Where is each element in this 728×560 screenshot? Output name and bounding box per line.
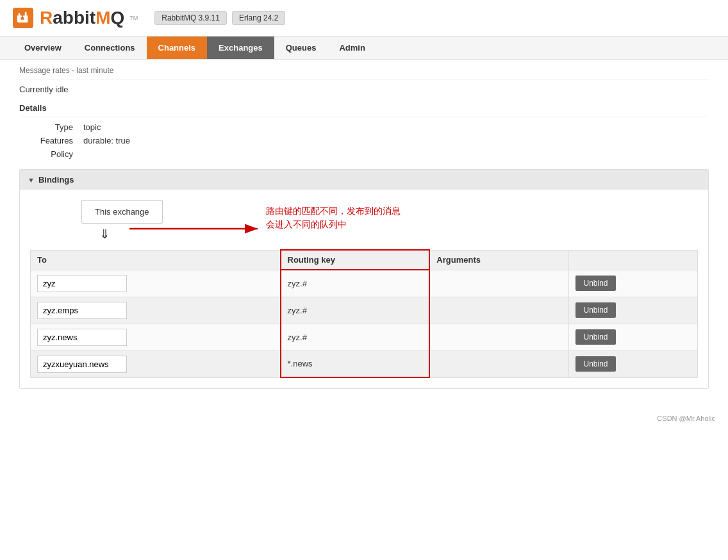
rabbit-svg <box>16 11 30 25</box>
table-row: zyz.# Unbind <box>31 297 698 324</box>
bindings-table-head: To Routing key Arguments <box>31 250 698 270</box>
action-cell-2: Unbind <box>569 297 698 324</box>
to-cell-2 <box>31 297 281 324</box>
arguments-cell-1 <box>429 270 569 297</box>
header: RabbitMQ TM RabbitMQ 3.9.11 Erlang 24.2 <box>0 0 728 37</box>
unbind-button-1[interactable]: Unbind <box>575 276 615 291</box>
to-cell-4 <box>31 350 281 377</box>
erlang-version-badge: Erlang 24.2 <box>232 11 285 25</box>
logo-tm: TM <box>129 15 138 21</box>
details-val-type: topic <box>83 122 101 132</box>
bindings-title: Bindings <box>38 175 74 185</box>
unbind-button-3[interactable]: Unbind <box>575 329 615 345</box>
svg-rect-2 <box>19 13 21 17</box>
col-arguments: Arguments <box>429 250 569 270</box>
details-row-features: Features durable: true <box>19 136 709 145</box>
details-row-policy: Policy <box>19 149 709 159</box>
queue-name-input-3[interactable] <box>37 329 127 346</box>
bindings-collapse-arrow: ▼ <box>28 176 35 184</box>
table-row: zyz.# Unbind <box>31 270 698 297</box>
main-nav: Overview Connections Channels Exchanges … <box>0 37 728 60</box>
arguments-cell-4 <box>429 350 569 377</box>
details-label: Details <box>19 99 709 117</box>
nav-exchanges[interactable]: Exchanges <box>207 37 274 59</box>
rabbitmq-logo-icon <box>13 8 33 28</box>
details-key-features: Features <box>19 136 83 145</box>
logo-rabbit-text: RabbitMQ <box>40 8 124 28</box>
routing-key-cell-2: zyz.# <box>281 297 430 324</box>
svg-rect-3 <box>25 12 27 17</box>
queue-name-input-4[interactable] <box>37 356 127 373</box>
details-val-features: durable: true <box>83 136 130 145</box>
table-row: zyz.# Unbind <box>31 324 698 350</box>
nav-admin[interactable]: Admin <box>327 37 376 59</box>
details-key-policy: Policy <box>19 149 83 159</box>
csdn-footer-note: CSDN @Mr.Aholic <box>0 408 728 429</box>
bindings-body: This exchange ⇓ 路由键的 <box>20 190 708 388</box>
details-key-type: Type <box>19 122 83 132</box>
rabbitmq-version-badge: RabbitMQ 3.9.11 <box>154 11 227 25</box>
bindings-header[interactable]: ▼ Bindings <box>20 170 708 190</box>
bindings-table: To Routing key Arguments zyz.# Unbind <box>30 249 698 378</box>
routing-key-cell-3: zyz.# <box>281 324 430 350</box>
main-content: Message rates - last minute Currently id… <box>0 62 728 408</box>
col-to: To <box>31 250 281 270</box>
version-badges: RabbitMQ 3.9.11 Erlang 24.2 <box>154 11 285 25</box>
annotation-text: 路由键的匹配不同，发布到的消息会进入不同的队列中 <box>266 206 401 229</box>
bindings-table-header-row: To Routing key Arguments <box>31 250 698 270</box>
bindings-body-inner: This exchange ⇓ 路由键的 <box>30 200 698 378</box>
logo-area: RabbitMQ TM RabbitMQ 3.9.11 Erlang 24.2 <box>13 8 285 28</box>
nav-connections[interactable]: Connections <box>73 37 147 59</box>
bindings-table-body: zyz.# Unbind zyz.# Unbind zyz.# <box>31 270 698 377</box>
queue-name-input-2[interactable] <box>37 302 127 319</box>
arguments-cell-2 <box>429 297 569 324</box>
currently-idle-text: Currently idle <box>19 79 709 99</box>
arguments-cell-3 <box>429 324 569 350</box>
routing-key-cell-1: zyz.# <box>281 270 430 297</box>
down-arrow-symbol: ⇓ <box>99 226 110 242</box>
message-rates-header: Message rates - last minute <box>19 62 709 79</box>
to-cell-3 <box>31 324 281 350</box>
nav-overview[interactable]: Overview <box>13 37 73 59</box>
nav-channels[interactable]: Channels <box>147 37 208 59</box>
this-exchange-button[interactable]: This exchange <box>81 200 163 224</box>
details-table: Type topic Features durable: true Policy <box>19 122 709 159</box>
col-routing-key: Routing key <box>281 250 430 270</box>
queue-name-input-1[interactable] <box>37 275 127 292</box>
unbind-button-4[interactable]: Unbind <box>575 356 615 372</box>
nav-queues[interactable]: Queues <box>274 37 328 59</box>
unbind-button-2[interactable]: Unbind <box>575 302 615 318</box>
annotation-text-block: 路由键的匹配不同，发布到的消息会进入不同的队列中 <box>266 204 401 231</box>
action-cell-3: Unbind <box>569 324 698 350</box>
action-cell-1: Unbind <box>569 270 698 297</box>
table-row: *.news Unbind <box>31 350 698 377</box>
col-action <box>569 250 698 270</box>
details-row-type: Type topic <box>19 122 709 132</box>
action-cell-4: Unbind <box>569 350 698 377</box>
bindings-section: ▼ Bindings This exchange ⇓ <box>19 169 709 389</box>
routing-key-cell-4: *.news <box>281 350 430 377</box>
to-cell-1 <box>31 270 281 297</box>
svg-rect-5 <box>21 17 24 20</box>
